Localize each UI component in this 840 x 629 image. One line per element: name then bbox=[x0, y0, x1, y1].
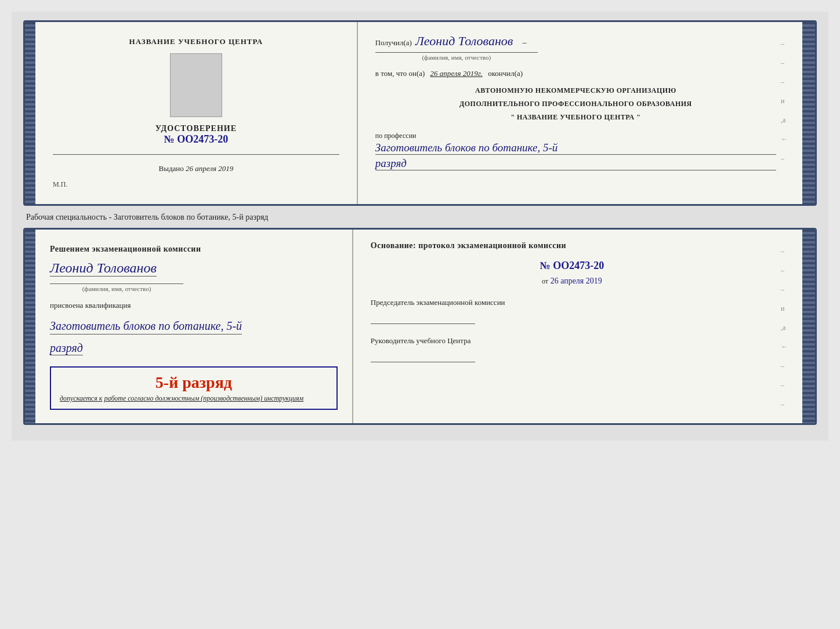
doc1-org-line3: " НАЗВАНИЕ УЧЕБНОГО ЦЕНТРА " bbox=[375, 112, 776, 123]
doc1-org-line1: АВТОНОМНУЮ НЕКОММЕРЧЕСКУЮ ОРГАНИЗАЦИЮ bbox=[375, 85, 776, 96]
left-spine-1 bbox=[25, 22, 35, 204]
doc2-director-block: Руководитель учебного Центра bbox=[371, 336, 773, 362]
doc2-from-row: от 26 апреля 2019 bbox=[371, 277, 773, 286]
doc1-photo-placeholder bbox=[170, 53, 222, 117]
doc1-confirm-row: в том, что он(а) 26 апреля 2019г. окончи… bbox=[375, 69, 776, 78]
doc1-training-center-title: НАЗВАНИЕ УЧЕБНОГО ЦЕНТРА bbox=[129, 37, 263, 46]
doc2-dash5: ,а bbox=[781, 323, 788, 332]
doc1-dash3: – bbox=[781, 78, 788, 86]
doc1-issued-line: Выдано 26 апреля 2019 bbox=[159, 164, 234, 173]
doc1-cert-title: УДОСТОВЕРЕНИЕ bbox=[155, 124, 237, 133]
document-card-2: Решением экзаменационной комиссии Леонид… bbox=[23, 228, 817, 425]
doc1-profession-value: Заготовитель блоков по ботанике, 5-й bbox=[375, 141, 776, 155]
doc1-cert-number: № OO2473-20 bbox=[155, 133, 237, 146]
doc2-director-sig-line bbox=[371, 355, 475, 362]
doc1-issued-date: 26 апреля 2019 bbox=[186, 164, 233, 173]
doc1-confirm-suffix: окончил(а) bbox=[488, 69, 523, 78]
doc1-left-panel: НАЗВАНИЕ УЧЕБНОГО ЦЕНТРА УДОСТОВЕРЕНИЕ №… bbox=[35, 22, 358, 204]
left-spine-2 bbox=[25, 230, 35, 423]
doc2-dash7: – bbox=[781, 362, 788, 370]
doc2-from-date: 26 апреля 2019 bbox=[551, 277, 602, 285]
doc1-side-dashes: – – – и ,а ← – bbox=[781, 39, 788, 163]
doc1-dash-after-name: – bbox=[522, 38, 526, 48]
doc2-director-label: Руководитель учебного Центра bbox=[371, 336, 773, 346]
doc1-stamp: М.П. bbox=[53, 180, 67, 189]
document-card-1: НАЗВАНИЕ УЧЕБНОГО ЦЕНТРА УДОСТОВЕРЕНИЕ №… bbox=[23, 20, 817, 206]
doc2-side-dashes: – – – и ,а ← – – – bbox=[781, 247, 788, 409]
doc2-chairman-sig-line bbox=[371, 317, 475, 324]
doc1-dash1: – bbox=[781, 39, 788, 48]
doc2-badge-desc: допускается к работе согласно должностны… bbox=[60, 394, 328, 403]
doc1-dash7: – bbox=[781, 154, 788, 163]
doc1-name-sublabel: (фамилия, имя, отчество) bbox=[375, 52, 538, 61]
doc2-decision-text: Решением экзаменационной комиссии bbox=[50, 243, 201, 255]
doc2-right-panel: Основание: протокол экзаменационной коми… bbox=[353, 230, 802, 423]
doc2-badge-prefix: допускается к bbox=[60, 394, 102, 402]
right-spine-2 bbox=[802, 230, 815, 423]
doc2-dash4: и bbox=[781, 304, 788, 313]
doc2-qualification-value: Заготовитель блоков по ботанике, 5-й bbox=[50, 318, 242, 335]
doc1-profession-block: по профессии Заготовитель блоков по бота… bbox=[375, 132, 776, 170]
doc2-badge-box: 5-й разряд допускается к работе согласно… bbox=[50, 366, 338, 410]
doc2-rank: разряд bbox=[50, 341, 83, 355]
doc1-confirm-prefix: в том, что он(а) bbox=[375, 69, 425, 78]
right-spine-1 bbox=[802, 22, 815, 204]
doc2-dash3: – bbox=[781, 285, 788, 294]
doc2-name-sublabel: (фамилия, имя, отчество) bbox=[50, 283, 183, 292]
doc2-badge-work: работе согласно должностным (производств… bbox=[104, 394, 303, 402]
doc1-recipient-prefix: Получил(а) bbox=[375, 38, 412, 48]
doc2-dash2: – bbox=[781, 266, 788, 275]
doc1-confirm-date: 26 апреля 2019г. bbox=[430, 69, 483, 78]
doc1-dash4: и bbox=[781, 97, 788, 106]
doc2-name: Леонид Толованов bbox=[50, 260, 157, 277]
doc2-qualification-label: присвоена квалификация bbox=[50, 301, 131, 310]
doc2-chairman-block: Председатель экзаменационной комиссии bbox=[371, 297, 773, 324]
doc2-left-panel: Решением экзаменационной комиссии Леонид… bbox=[35, 230, 353, 423]
doc1-recipient-row: Получил(а) Леонид Толованов – bbox=[375, 34, 776, 50]
page-wrapper: НАЗВАНИЕ УЧЕБНОГО ЦЕНТРА УДОСТОВЕРЕНИЕ №… bbox=[12, 12, 828, 441]
doc1-dash6: ← bbox=[781, 135, 788, 144]
doc1-recipient-name: Леонид Толованов bbox=[415, 34, 513, 49]
doc1-right-panel: Получил(а) Леонид Толованов – (фамилия, … bbox=[358, 22, 802, 204]
doc2-dash9: – bbox=[781, 400, 788, 409]
doc2-dash6: ← bbox=[781, 343, 788, 351]
doc-caption: Рабочая специальность - Заготовитель бло… bbox=[26, 213, 817, 222]
doc1-profession-label: по профессии bbox=[375, 132, 776, 140]
doc2-chairman-label: Председатель экзаменационной комиссии bbox=[371, 297, 773, 308]
doc1-dash5: ,а bbox=[781, 116, 788, 125]
doc2-protocol-number: № OO2473-20 bbox=[371, 260, 773, 272]
doc1-rank-value: разряд bbox=[375, 157, 776, 170]
doc2-badge-rank: 5-й разряд bbox=[60, 373, 328, 392]
doc2-dash1: – bbox=[781, 247, 788, 256]
doc1-org-line2: ДОПОЛНИТЕЛЬНОГО ПРОФЕССИОНАЛЬНОГО ОБРАЗО… bbox=[375, 99, 776, 110]
doc2-basis-title: Основание: протокол экзаменационной коми… bbox=[371, 241, 773, 250]
doc1-org-block: АВТОНОМНУЮ НЕКОММЕРЧЕСКУЮ ОРГАНИЗАЦИЮ ДО… bbox=[375, 85, 776, 123]
doc1-issued-label: Выдано bbox=[159, 164, 184, 173]
doc2-from-prefix: от bbox=[542, 277, 548, 285]
doc1-dash2: – bbox=[781, 59, 788, 67]
doc2-dash8: – bbox=[781, 381, 788, 390]
